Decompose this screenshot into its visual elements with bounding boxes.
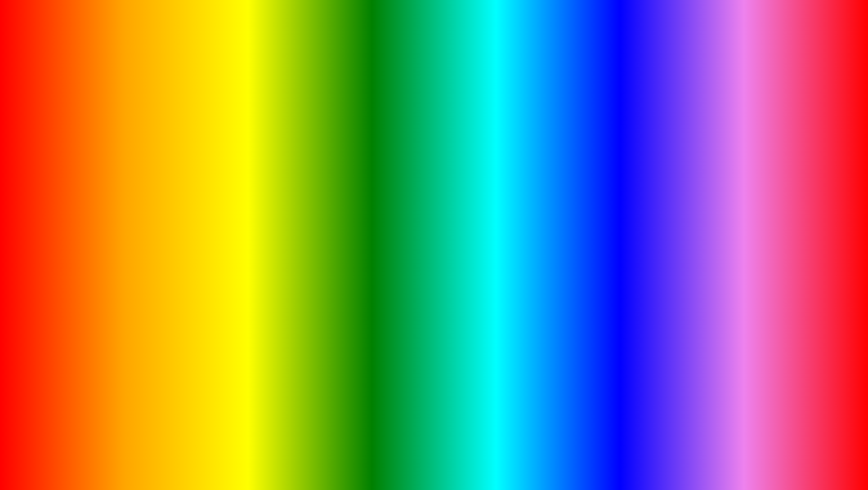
front-window-title: Vector Hub | Blox Fruits | Third Sea — [519, 179, 611, 186]
highlight-toggle-label-1: Auto Farm Level — [532, 246, 585, 254]
front-panel-icon: 🔥 — [563, 193, 572, 202]
front-setting-btn[interactable]: setting — [518, 203, 558, 214]
update-number: 20 — [281, 408, 337, 463]
highlight-toggle-row-1: Auto Farm Level — [528, 242, 823, 258]
front-toggle-2[interactable] — [792, 223, 810, 232]
highlight-toggle-label-2: SafeMode — [532, 265, 565, 273]
bottom-text-section: UPDATE 20 SCRIPT PASTEBIN — [4, 407, 864, 464]
update-label: UPDATE — [61, 408, 266, 463]
svg-rect-18 — [263, 267, 300, 374]
svg-rect-33 — [108, 337, 135, 342]
logo-fruits-text: FRUITS — [747, 432, 819, 450]
svg-rect-31 — [217, 468, 259, 486]
back-window-title: Vector Hub | Blox Fruits | Third Sea — [555, 137, 647, 143]
back-setting-btn[interactable]: setting — [554, 160, 594, 172]
front-window-key: {F1} — [803, 179, 814, 186]
svg-point-22 — [225, 135, 258, 201]
svg-rect-30 — [172, 468, 213, 486]
title-fruits: FRUITS — [404, 17, 747, 116]
back-toggle-1[interactable] — [756, 164, 774, 173]
front-racev4-btn[interactable]: RaceV4 — [518, 307, 558, 319]
mobile-android-section: MOBILE ✓ ANDROID ✓ — [40, 197, 230, 283]
mobile-label: MOBILE ✓ — [40, 197, 230, 240]
front-toggle-row-1: Auto Farm Level — [563, 205, 812, 217]
front-main-btn[interactable]: Main — [518, 190, 558, 201]
back-toggle-label-1: Auto Fruit Mastery — [602, 165, 649, 172]
front-stats-btn[interactable]: Stats — [518, 216, 558, 227]
front-number-box[interactable]: 15 — [799, 193, 812, 202]
back-main-btn[interactable]: Main — [554, 147, 594, 159]
svg-rect-28 — [201, 283, 233, 325]
android-label: ANDROID ✓ — [40, 240, 230, 283]
back-toggle-row-1: Auto Fruit Mastery — [599, 162, 776, 175]
background: BLOX FRUITS MOBILE ✓ ANDROID ✓ — [4, 4, 864, 486]
back-window-title-bar: Vector Hub | Blox Fruits | Third Sea [F1… — [554, 136, 779, 144]
front-window-title-bar: Vector Hub | Blox Fruits | Third Sea {F1… — [518, 178, 815, 187]
logo-blox-text: BL☠X — [747, 413, 819, 432]
back-window-key: [F1] — [768, 137, 778, 143]
front-mirageisland-btn[interactable]: MirageIsland — [518, 294, 558, 306]
game-window-highlight: Auto Farm Level SafeMode — [523, 237, 828, 284]
title-blox: BLOX — [120, 17, 386, 116]
front-toggle-1[interactable] — [792, 206, 810, 215]
android-checkmark: ✓ — [200, 240, 230, 283]
mobile-checkmark: ✓ — [174, 197, 205, 240]
svg-rect-29 — [168, 374, 267, 386]
svg-point-21 — [176, 135, 209, 201]
back-panel-icon: ✦ — [599, 150, 776, 159]
highlight-toggle-1[interactable] — [797, 245, 819, 256]
script-label: SCRIPT — [352, 408, 539, 463]
front-toggle-label-2: SafeMode — [566, 224, 592, 231]
highlight-toggle-2[interactable] — [797, 264, 819, 275]
logo-skull-icon: 💀 — [747, 337, 819, 409]
highlight-toggle-row-2: SafeMode — [528, 261, 823, 277]
logo-corner: 💀 BL☠X FRUITS — [747, 337, 819, 450]
front-toggle-row-2: SafeMode — [563, 221, 812, 234]
front-toggle-label-1: Auto Farm Level — [566, 208, 608, 214]
title-container: BLOX FRUITS — [4, 17, 864, 116]
